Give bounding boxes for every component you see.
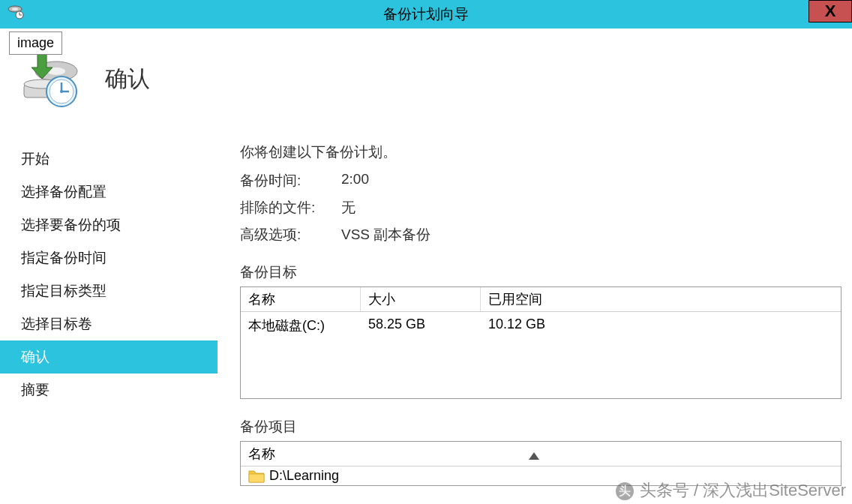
close-button[interactable]: X xyxy=(808,0,852,22)
th-name[interactable]: 名称 xyxy=(241,442,841,466)
titlebar: 备份计划向导 X xyxy=(0,0,852,28)
svg-point-13 xyxy=(60,90,63,93)
td-used: 10.12 GB xyxy=(481,315,841,336)
kv-label: 排除的文件: xyxy=(240,198,341,218)
kv-excluded-files: 排除的文件: 无 xyxy=(240,198,842,218)
window-title: 备份计划向导 xyxy=(383,4,469,24)
close-icon: X xyxy=(825,2,836,21)
target-table: 名称 大小 已用空间 本地磁盘(C:) 58.25 GB 10.12 GB xyxy=(240,286,842,399)
items-section-label: 备份项目 xyxy=(240,417,842,436)
wizard-sidebar: 开始 选择备份配置 选择要备份的项 指定备份时间 指定目标类型 选择目标卷 确认… xyxy=(0,128,218,486)
table-row[interactable]: 本地磁盘(C:) 58.25 GB 10.12 GB xyxy=(241,312,841,339)
td-size: 58.25 GB xyxy=(361,315,481,336)
sidebar-item-start[interactable]: 开始 xyxy=(21,142,218,176)
target-section-label: 备份目标 xyxy=(240,262,842,282)
td-name: 本地磁盘(C:) xyxy=(241,315,361,336)
items-table-header: 名称 xyxy=(241,442,841,466)
th-name[interactable]: 名称 xyxy=(241,287,361,311)
watermark-icon: 头 xyxy=(616,482,634,500)
main-content: 你将创建以下备份计划。 备份时间: 2:00 排除的文件: 无 高级选项: VS… xyxy=(218,128,852,486)
kv-value: 2:00 xyxy=(341,171,369,190)
th-used[interactable]: 已用空间 xyxy=(481,287,841,311)
page-title: 确认 xyxy=(105,64,150,94)
sidebar-item-schedule[interactable]: 指定备份时间 xyxy=(21,242,218,274)
kv-label: 高级选项: xyxy=(240,225,341,244)
th-size[interactable]: 大小 xyxy=(361,287,481,311)
intro-text: 你将创建以下备份计划。 xyxy=(240,142,842,162)
app-icon xyxy=(6,3,24,24)
kv-backup-time: 备份时间: 2:00 xyxy=(240,171,842,190)
header-section: 确认 xyxy=(0,28,852,128)
kv-value: 无 xyxy=(341,198,356,218)
sidebar-item-target-volume[interactable]: 选择目标卷 xyxy=(21,308,218,340)
svg-point-1 xyxy=(12,8,18,10)
tooltip-label: image xyxy=(9,32,62,55)
sort-asc-icon xyxy=(529,448,539,464)
sidebar-item-config[interactable]: 选择备份配置 xyxy=(21,176,218,208)
folder-icon xyxy=(248,470,265,483)
sidebar-item-confirm[interactable]: 确认 xyxy=(0,340,218,374)
item-path: D:\Learning xyxy=(269,468,339,484)
watermark: 头 头条号 / 深入浅出SiteServer xyxy=(616,479,846,502)
sidebar-item-summary[interactable]: 摘要 xyxy=(21,374,218,406)
kv-value: VSS 副本备份 xyxy=(341,225,430,244)
target-table-header: 名称 大小 已用空间 xyxy=(241,287,841,312)
kv-label: 备份时间: xyxy=(240,171,341,190)
sidebar-item-select-items[interactable]: 选择要备份的项 xyxy=(21,208,218,242)
kv-advanced-options: 高级选项: VSS 副本备份 xyxy=(240,225,842,244)
wizard-icon xyxy=(15,45,82,112)
sidebar-item-target-type[interactable]: 指定目标类型 xyxy=(21,274,218,308)
